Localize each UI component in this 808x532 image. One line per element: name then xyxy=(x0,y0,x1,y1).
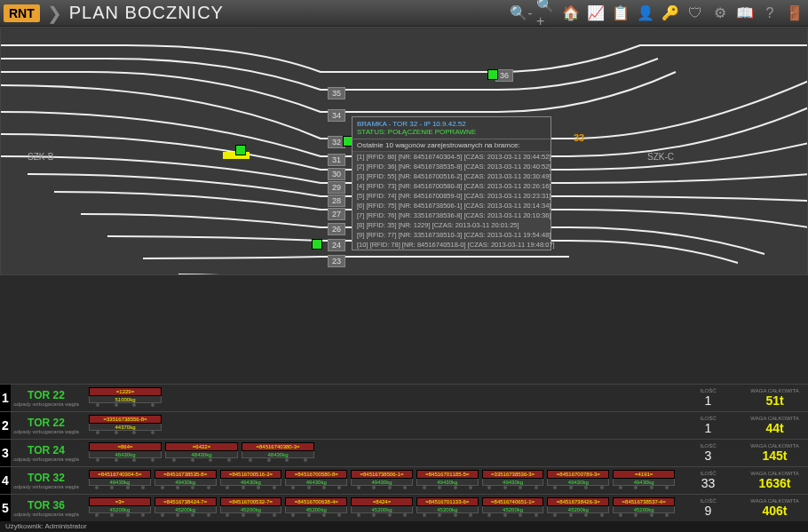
track-label[interactable]: TOR 36 odpady wzbogacania węgla xyxy=(11,499,82,517)
track-count: 33 xyxy=(675,476,741,490)
wagon[interactable]: =4191= 49430kg xyxy=(613,470,675,491)
track-number[interactable]: 31 xyxy=(328,154,345,166)
track-map[interactable]: SZK-B SZK-C 33 36 35 34 32 31 30 29 28 2… xyxy=(0,27,808,275)
track-number[interactable]: 28 xyxy=(328,195,345,207)
exit-icon[interactable]: 🚪 xyxy=(785,4,804,23)
wagon[interactable]: =84516738535-8= 49430kg xyxy=(154,470,217,491)
wagon[interactable]: =3= 45200kg xyxy=(89,497,151,519)
track-row: 5 TOR 36 odpady wzbogacania węgla =3= 45… xyxy=(0,494,808,521)
wagon[interactable]: =8424= 45200kg xyxy=(351,497,413,519)
track-weight: 44t xyxy=(741,421,808,435)
track-label[interactable]: TOR 32 odpady wzbogacania węgla xyxy=(11,472,82,489)
wagon[interactable]: =84516701133-6= 45200kg xyxy=(416,497,479,519)
track-label[interactable]: TOR 22 odpady wzbogacania węgla xyxy=(11,389,82,407)
wagon-weight: 49430kg xyxy=(613,479,675,486)
track-number[interactable]: 30 xyxy=(328,168,345,180)
wagon-list: =33516738556-8= 44370kg xyxy=(82,415,675,436)
track-number[interactable]: 23 xyxy=(328,255,345,267)
track-name: TOR 32 xyxy=(11,472,82,484)
wagon[interactable]: =84516738424-7= 45200kg xyxy=(154,497,217,519)
zoom-out-icon[interactable]: 🔍- xyxy=(511,4,531,23)
gate-marker[interactable] xyxy=(487,69,498,80)
wagon-number: =8424= xyxy=(351,497,413,506)
track-weight: 145t xyxy=(741,449,808,463)
tooltip-row: [3] [RFID: 55] [NR: 84516700516-2] [CZAS… xyxy=(353,171,551,181)
wagon[interactable]: =84516740304-5= 49430kg xyxy=(89,470,151,491)
track-label[interactable]: TOR 22 odpady wzbogacania węgla xyxy=(11,417,82,434)
track-number[interactable]: 27 xyxy=(328,208,345,220)
gate-tooltip: BRAMKA - TOR 32 - IP 10.9.42.52 STATUS: … xyxy=(352,116,551,250)
gate-marker[interactable] xyxy=(235,145,246,155)
wagon[interactable]: =84516700516-2= 49430kg xyxy=(220,470,282,491)
wagon[interactable]: =84516738506-1= 49430kg xyxy=(351,470,413,491)
wagon[interactable]: =84516738426-3= 45200kg xyxy=(547,497,609,519)
track-number[interactable]: 24 xyxy=(328,239,345,251)
track-number[interactable]: 35 xyxy=(328,87,345,99)
wagon[interactable]: =84516738537-4= 45200kg xyxy=(613,497,675,519)
wagon[interactable]: =84516700532-7= 45200kg xyxy=(220,497,282,519)
wagon-number: =84516700580-8= xyxy=(285,470,347,479)
track-count: 3 xyxy=(675,449,741,463)
gate-marker[interactable] xyxy=(312,239,322,250)
chart-icon[interactable]: 📈 xyxy=(586,4,606,23)
track-name: TOR 24 xyxy=(11,444,82,457)
track-number[interactable]: 26 xyxy=(328,223,345,235)
wagon[interactable]: =84516740651-1= 45200kg xyxy=(482,497,544,519)
status-user: Administrator xyxy=(44,522,86,530)
track-number[interactable]: 36 xyxy=(495,69,513,82)
wagon-weight: 45200kg xyxy=(220,506,282,513)
wagon-list: =84516740304-5= 49430kg =84516738535-8= … xyxy=(82,470,675,491)
wagon-number: =84516738535-8= xyxy=(154,470,217,479)
user-icon[interactable]: 👤 xyxy=(636,4,655,23)
tooltip-row: [7] [RFID: 76] [NR: 33516738536-8] [CZAS… xyxy=(353,210,551,220)
track-subtitle: odpady wzbogacania węgla xyxy=(11,457,82,462)
track-subtitle: odpady wzbogacania węgla xyxy=(11,401,82,407)
wagon[interactable]: =84516700789-3= 49430kg xyxy=(547,470,609,491)
key-icon[interactable]: 🔑 xyxy=(661,4,680,23)
wagon[interactable]: =33516738536-3= 49430kg xyxy=(482,470,544,491)
clipboard-icon[interactable]: 📋 xyxy=(611,4,630,23)
wagon-weight: 49430kg xyxy=(89,479,151,486)
breadcrumb-arrow: ❯ xyxy=(47,3,62,24)
wagon-number: =1229= xyxy=(89,387,162,396)
wagon-number: =33516738556-8= xyxy=(89,415,162,424)
wagon-number: =84516701133-6= xyxy=(416,497,479,506)
wagon[interactable]: =6422= 48430kg xyxy=(165,442,238,464)
gear-icon[interactable]: ⚙ xyxy=(710,4,730,23)
zoom-in-icon[interactable]: 🔍+ xyxy=(536,4,556,23)
tor33-highlight: 33 xyxy=(574,132,584,143)
track-label[interactable]: TOR 24 odpady wzbogacania węgla xyxy=(11,444,82,462)
wagon-number: =84516700789-3= xyxy=(547,470,609,479)
tooltip-row: [1] [RFID: 86] [NR: 84516740304-5] [CZAS… xyxy=(353,152,551,162)
shield-icon[interactable]: 🛡 xyxy=(685,4,705,23)
home-icon[interactable]: 🏠 xyxy=(561,4,581,23)
wagon-number: =33516738536-3= xyxy=(482,470,544,479)
wagon[interactable]: =1229= 51000kg xyxy=(89,387,162,409)
wagon-weight: 49430kg xyxy=(482,479,544,486)
track-count: 1 xyxy=(675,421,741,435)
wagon[interactable]: =84516701185-5= 49430kg xyxy=(416,470,479,491)
wagon-number: =84516738506-1= xyxy=(351,470,413,479)
wagon-number: =4191= xyxy=(613,470,675,479)
wagon-number: =84516700516-2= xyxy=(220,470,282,479)
status-user-label: Użytkownik: xyxy=(5,522,44,530)
wagon-weight: 49430kg xyxy=(547,479,609,486)
track-number[interactable]: 34 xyxy=(328,109,345,122)
wagon-number: =84516701185-5= xyxy=(416,470,479,479)
tooltip-subtitle: Ostatnie 10 wagonów zarejestrowanych na … xyxy=(353,139,551,152)
book-icon[interactable]: 📖 xyxy=(735,4,755,23)
wagon-number: =6422= xyxy=(165,442,238,451)
wagon[interactable]: =864= 48430kg xyxy=(89,442,162,464)
help-icon[interactable]: ? xyxy=(760,4,780,23)
track-index: 3 xyxy=(0,440,11,466)
wagon-number: =84516740304-5= xyxy=(89,470,151,479)
wagon[interactable]: =84516740380-3= 48430kg xyxy=(242,442,314,464)
wagon[interactable]: =33516738556-8= 44370kg xyxy=(89,415,162,436)
wagon[interactable]: =84516700638-4= 45200kg xyxy=(285,497,347,519)
tooltip-row: [9] [RFID: 77] [NR: 33516738510-3] [CZAS… xyxy=(353,230,551,240)
page-title: PLAN BOCZNICY xyxy=(69,3,224,23)
toolbar: 🔍- 🔍+ 🏠 📈 📋 👤 🔑 🛡 ⚙ 📖 ? 🚪 xyxy=(511,4,804,23)
wagon[interactable]: =84516700580-8= 49430kg xyxy=(285,470,347,491)
wagon-number: =84516740380-3= xyxy=(242,442,314,451)
track-number[interactable]: 29 xyxy=(328,181,345,194)
